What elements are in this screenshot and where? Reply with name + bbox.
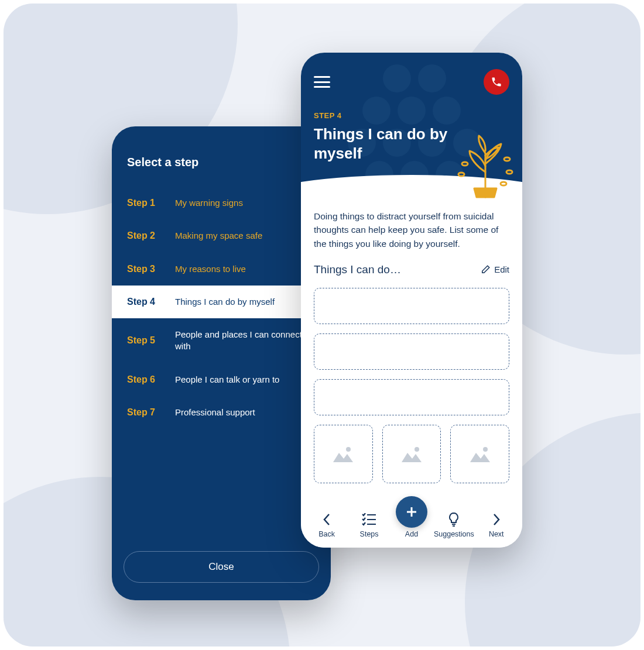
- svg-point-7: [483, 447, 488, 452]
- step-row-7[interactable]: Step 7Professional support: [112, 396, 331, 429]
- step-number: Step 5: [127, 335, 162, 346]
- lightbulb-icon: [448, 512, 460, 527]
- close-button[interactable]: Close: [124, 551, 319, 583]
- menu-icon[interactable]: [314, 76, 330, 88]
- edit-label: Edit: [494, 264, 509, 274]
- chevron-left-icon: [323, 513, 331, 526]
- nav-add-label: Add: [405, 530, 418, 538]
- svg-point-6: [415, 447, 419, 452]
- image-entry-slot[interactable]: [450, 425, 509, 484]
- text-entry-slot[interactable]: [314, 288, 509, 324]
- image-placeholder-icon: [470, 446, 490, 462]
- step-label: Professional support: [175, 407, 255, 418]
- edit-button[interactable]: Edit: [480, 264, 509, 275]
- step-row-2[interactable]: Step 2Making my space safe: [112, 219, 331, 252]
- step-row-5[interactable]: Step 5People and places I can connect wi…: [112, 318, 331, 363]
- nav-back-label: Back: [318, 530, 335, 538]
- step-label: People I can talk or yarn to: [175, 374, 279, 386]
- svg-point-0: [462, 162, 468, 166]
- nav-suggestions-label: Suggestions: [434, 530, 474, 538]
- step-title: Things I can do by myself: [314, 125, 454, 163]
- svg-point-3: [506, 170, 512, 174]
- phone-icon: [491, 76, 502, 88]
- step-label: My warning signs: [175, 197, 243, 209]
- step-row-1[interactable]: Step 1My warning signs: [112, 187, 331, 219]
- nav-next[interactable]: Next: [477, 511, 516, 538]
- step-header: STEP 4 Things I can do by myself: [301, 53, 522, 204]
- nav-suggestions[interactable]: Suggestions: [434, 511, 473, 538]
- nav-add[interactable]: Add: [392, 511, 431, 538]
- image-placeholder-icon: [402, 446, 422, 462]
- image-entry-slot[interactable]: [382, 425, 441, 484]
- svg-point-1: [458, 173, 464, 176]
- step-number: Step 6: [127, 374, 162, 385]
- step-number: Step 1: [127, 198, 162, 208]
- chevron-right-icon: [492, 513, 501, 526]
- svg-point-4: [501, 182, 506, 185]
- step-number: Step 7: [127, 407, 162, 418]
- text-entry-slot[interactable]: [314, 379, 509, 415]
- svg-point-5: [346, 447, 351, 452]
- plus-icon: [405, 505, 419, 519]
- nav-back[interactable]: Back: [307, 511, 346, 538]
- step-row-6[interactable]: Step 6People I can talk or yarn to: [112, 363, 331, 396]
- nav-steps-label: Steps: [360, 530, 379, 538]
- step-list: Step 1My warning signsStep 2Making my sp…: [112, 187, 331, 539]
- section-subtitle: Things I can do…: [314, 263, 401, 276]
- step-description: Doing things to distract yourself from s…: [314, 209, 509, 250]
- step-number: Step 4: [127, 297, 162, 307]
- emergency-call-button[interactable]: [484, 69, 509, 95]
- showcase-canvas: Select a step Step 1My warning signsStep…: [4, 4, 640, 646]
- nav-next-label: Next: [489, 530, 504, 538]
- text-entry-slot[interactable]: [314, 333, 509, 370]
- step-row-4[interactable]: Step 4Things I can do by myself: [112, 286, 331, 318]
- plant-illustration: [453, 130, 518, 200]
- checklist-icon: [362, 513, 377, 526]
- step-number: Step 2: [127, 231, 162, 241]
- phone-step-detail: STEP 4 Things I can do by myself Doing t…: [301, 53, 522, 548]
- step-number: Step 3: [127, 264, 162, 274]
- step-selector-title: Select a step: [112, 144, 331, 187]
- nav-steps[interactable]: Steps: [350, 511, 389, 538]
- step-body: Doing things to distract yourself from s…: [301, 204, 522, 508]
- image-placeholder-icon: [333, 446, 353, 462]
- step-label: Things I can do by myself: [175, 296, 275, 308]
- bottom-nav: Back Steps Add Suggestions Next: [301, 508, 522, 548]
- step-row-3[interactable]: Step 3My reasons to live: [112, 253, 331, 286]
- image-slots-row: [314, 425, 509, 484]
- add-fab[interactable]: [396, 496, 427, 528]
- image-entry-slot[interactable]: [314, 425, 373, 484]
- svg-point-2: [504, 157, 510, 161]
- step-tag: STEP 4: [314, 111, 509, 120]
- pencil-icon: [480, 264, 491, 275]
- step-label: People and places I can connect with: [175, 329, 316, 353]
- step-label: My reasons to live: [175, 263, 246, 275]
- phone-step-selector: Select a step Step 1My warning signsStep…: [112, 126, 331, 600]
- step-label: Making my space safe: [175, 230, 262, 242]
